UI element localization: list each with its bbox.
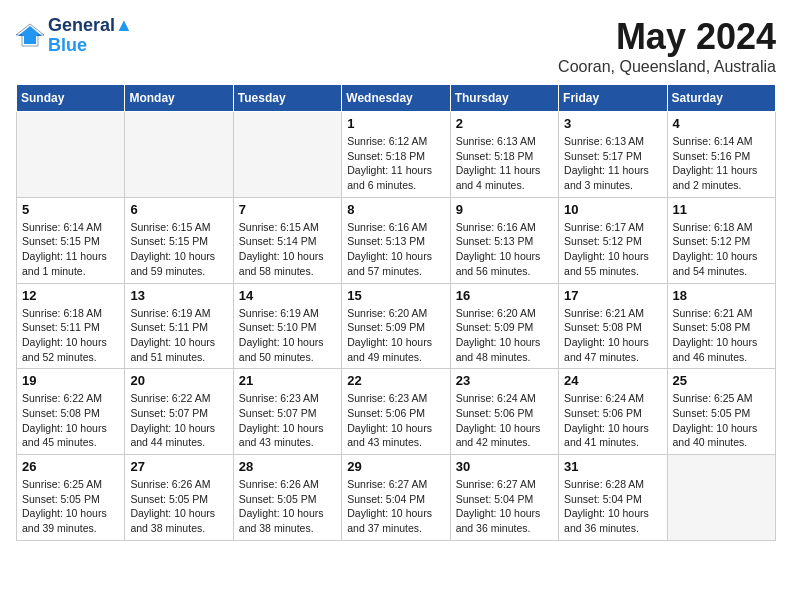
calendar-cell: 12Sunrise: 6:18 AMSunset: 5:11 PMDayligh… bbox=[17, 283, 125, 369]
day-number: 7 bbox=[239, 202, 336, 217]
day-number: 20 bbox=[130, 373, 227, 388]
day-info: Sunrise: 6:23 AMSunset: 5:06 PMDaylight:… bbox=[347, 391, 444, 450]
day-info: Sunrise: 6:17 AMSunset: 5:12 PMDaylight:… bbox=[564, 220, 661, 279]
day-number: 2 bbox=[456, 116, 553, 131]
calendar-cell: 20Sunrise: 6:22 AMSunset: 5:07 PMDayligh… bbox=[125, 369, 233, 455]
day-number: 4 bbox=[673, 116, 770, 131]
day-info: Sunrise: 6:13 AMSunset: 5:18 PMDaylight:… bbox=[456, 134, 553, 193]
day-number: 28 bbox=[239, 459, 336, 474]
calendar-cell: 11Sunrise: 6:18 AMSunset: 5:12 PMDayligh… bbox=[667, 197, 775, 283]
calendar-cell: 1Sunrise: 6:12 AMSunset: 5:18 PMDaylight… bbox=[342, 112, 450, 198]
weekday-header-thursday: Thursday bbox=[450, 85, 558, 112]
day-number: 29 bbox=[347, 459, 444, 474]
day-number: 16 bbox=[456, 288, 553, 303]
day-info: Sunrise: 6:18 AMSunset: 5:12 PMDaylight:… bbox=[673, 220, 770, 279]
weekday-header-wednesday: Wednesday bbox=[342, 85, 450, 112]
day-info: Sunrise: 6:23 AMSunset: 5:07 PMDaylight:… bbox=[239, 391, 336, 450]
calendar-cell: 4Sunrise: 6:14 AMSunset: 5:16 PMDaylight… bbox=[667, 112, 775, 198]
day-info: Sunrise: 6:27 AMSunset: 5:04 PMDaylight:… bbox=[456, 477, 553, 536]
calendar-cell: 14Sunrise: 6:19 AMSunset: 5:10 PMDayligh… bbox=[233, 283, 341, 369]
day-info: Sunrise: 6:15 AMSunset: 5:14 PMDaylight:… bbox=[239, 220, 336, 279]
calendar-week-row: 26Sunrise: 6:25 AMSunset: 5:05 PMDayligh… bbox=[17, 455, 776, 541]
weekday-header-sunday: Sunday bbox=[17, 85, 125, 112]
day-info: Sunrise: 6:21 AMSunset: 5:08 PMDaylight:… bbox=[673, 306, 770, 365]
calendar-cell: 9Sunrise: 6:16 AMSunset: 5:13 PMDaylight… bbox=[450, 197, 558, 283]
calendar-week-row: 19Sunrise: 6:22 AMSunset: 5:08 PMDayligh… bbox=[17, 369, 776, 455]
calendar-table: SundayMondayTuesdayWednesdayThursdayFrid… bbox=[16, 84, 776, 541]
day-info: Sunrise: 6:22 AMSunset: 5:08 PMDaylight:… bbox=[22, 391, 119, 450]
day-info: Sunrise: 6:27 AMSunset: 5:04 PMDaylight:… bbox=[347, 477, 444, 536]
calendar-cell: 3Sunrise: 6:13 AMSunset: 5:17 PMDaylight… bbox=[559, 112, 667, 198]
day-info: Sunrise: 6:16 AMSunset: 5:13 PMDaylight:… bbox=[456, 220, 553, 279]
day-info: Sunrise: 6:28 AMSunset: 5:04 PMDaylight:… bbox=[564, 477, 661, 536]
calendar-cell: 26Sunrise: 6:25 AMSunset: 5:05 PMDayligh… bbox=[17, 455, 125, 541]
day-info: Sunrise: 6:24 AMSunset: 5:06 PMDaylight:… bbox=[456, 391, 553, 450]
day-number: 18 bbox=[673, 288, 770, 303]
calendar-cell bbox=[125, 112, 233, 198]
weekday-header-row: SundayMondayTuesdayWednesdayThursdayFrid… bbox=[17, 85, 776, 112]
day-number: 24 bbox=[564, 373, 661, 388]
calendar-cell: 16Sunrise: 6:20 AMSunset: 5:09 PMDayligh… bbox=[450, 283, 558, 369]
logo-text: General▲ Blue bbox=[48, 16, 133, 56]
weekday-header-monday: Monday bbox=[125, 85, 233, 112]
day-info: Sunrise: 6:20 AMSunset: 5:09 PMDaylight:… bbox=[347, 306, 444, 365]
day-number: 6 bbox=[130, 202, 227, 217]
location-subtitle: Cooran, Queensland, Australia bbox=[558, 58, 776, 76]
calendar-week-row: 1Sunrise: 6:12 AMSunset: 5:18 PMDaylight… bbox=[17, 112, 776, 198]
day-number: 12 bbox=[22, 288, 119, 303]
day-info: Sunrise: 6:14 AMSunset: 5:16 PMDaylight:… bbox=[673, 134, 770, 193]
logo-icon bbox=[16, 22, 44, 50]
calendar-cell: 7Sunrise: 6:15 AMSunset: 5:14 PMDaylight… bbox=[233, 197, 341, 283]
calendar-cell: 29Sunrise: 6:27 AMSunset: 5:04 PMDayligh… bbox=[342, 455, 450, 541]
day-number: 11 bbox=[673, 202, 770, 217]
calendar-cell: 31Sunrise: 6:28 AMSunset: 5:04 PMDayligh… bbox=[559, 455, 667, 541]
calendar-cell: 23Sunrise: 6:24 AMSunset: 5:06 PMDayligh… bbox=[450, 369, 558, 455]
calendar-cell: 19Sunrise: 6:22 AMSunset: 5:08 PMDayligh… bbox=[17, 369, 125, 455]
day-number: 31 bbox=[564, 459, 661, 474]
day-info: Sunrise: 6:19 AMSunset: 5:11 PMDaylight:… bbox=[130, 306, 227, 365]
day-number: 9 bbox=[456, 202, 553, 217]
calendar-cell: 18Sunrise: 6:21 AMSunset: 5:08 PMDayligh… bbox=[667, 283, 775, 369]
day-info: Sunrise: 6:15 AMSunset: 5:15 PMDaylight:… bbox=[130, 220, 227, 279]
day-number: 8 bbox=[347, 202, 444, 217]
weekday-header-tuesday: Tuesday bbox=[233, 85, 341, 112]
day-number: 5 bbox=[22, 202, 119, 217]
day-number: 21 bbox=[239, 373, 336, 388]
day-info: Sunrise: 6:25 AMSunset: 5:05 PMDaylight:… bbox=[22, 477, 119, 536]
page-header: General▲ Blue May 2024 Cooran, Queenslan… bbox=[16, 16, 776, 76]
day-info: Sunrise: 6:16 AMSunset: 5:13 PMDaylight:… bbox=[347, 220, 444, 279]
day-number: 25 bbox=[673, 373, 770, 388]
day-number: 19 bbox=[22, 373, 119, 388]
day-number: 3 bbox=[564, 116, 661, 131]
day-number: 23 bbox=[456, 373, 553, 388]
calendar-cell: 25Sunrise: 6:25 AMSunset: 5:05 PMDayligh… bbox=[667, 369, 775, 455]
day-number: 22 bbox=[347, 373, 444, 388]
day-number: 15 bbox=[347, 288, 444, 303]
calendar-cell: 15Sunrise: 6:20 AMSunset: 5:09 PMDayligh… bbox=[342, 283, 450, 369]
calendar-cell: 28Sunrise: 6:26 AMSunset: 5:05 PMDayligh… bbox=[233, 455, 341, 541]
month-year-title: May 2024 bbox=[558, 16, 776, 58]
calendar-cell: 27Sunrise: 6:26 AMSunset: 5:05 PMDayligh… bbox=[125, 455, 233, 541]
day-info: Sunrise: 6:26 AMSunset: 5:05 PMDaylight:… bbox=[239, 477, 336, 536]
day-info: Sunrise: 6:12 AMSunset: 5:18 PMDaylight:… bbox=[347, 134, 444, 193]
calendar-cell: 10Sunrise: 6:17 AMSunset: 5:12 PMDayligh… bbox=[559, 197, 667, 283]
day-info: Sunrise: 6:20 AMSunset: 5:09 PMDaylight:… bbox=[456, 306, 553, 365]
logo: General▲ Blue bbox=[16, 16, 133, 56]
title-block: May 2024 Cooran, Queensland, Australia bbox=[558, 16, 776, 76]
weekday-header-friday: Friday bbox=[559, 85, 667, 112]
day-number: 13 bbox=[130, 288, 227, 303]
calendar-cell bbox=[233, 112, 341, 198]
calendar-cell: 5Sunrise: 6:14 AMSunset: 5:15 PMDaylight… bbox=[17, 197, 125, 283]
day-number: 30 bbox=[456, 459, 553, 474]
calendar-cell bbox=[17, 112, 125, 198]
day-info: Sunrise: 6:24 AMSunset: 5:06 PMDaylight:… bbox=[564, 391, 661, 450]
calendar-week-row: 5Sunrise: 6:14 AMSunset: 5:15 PMDaylight… bbox=[17, 197, 776, 283]
day-info: Sunrise: 6:18 AMSunset: 5:11 PMDaylight:… bbox=[22, 306, 119, 365]
day-info: Sunrise: 6:26 AMSunset: 5:05 PMDaylight:… bbox=[130, 477, 227, 536]
calendar-cell: 30Sunrise: 6:27 AMSunset: 5:04 PMDayligh… bbox=[450, 455, 558, 541]
calendar-cell: 8Sunrise: 6:16 AMSunset: 5:13 PMDaylight… bbox=[342, 197, 450, 283]
day-number: 26 bbox=[22, 459, 119, 474]
day-number: 17 bbox=[564, 288, 661, 303]
day-info: Sunrise: 6:22 AMSunset: 5:07 PMDaylight:… bbox=[130, 391, 227, 450]
calendar-cell: 6Sunrise: 6:15 AMSunset: 5:15 PMDaylight… bbox=[125, 197, 233, 283]
